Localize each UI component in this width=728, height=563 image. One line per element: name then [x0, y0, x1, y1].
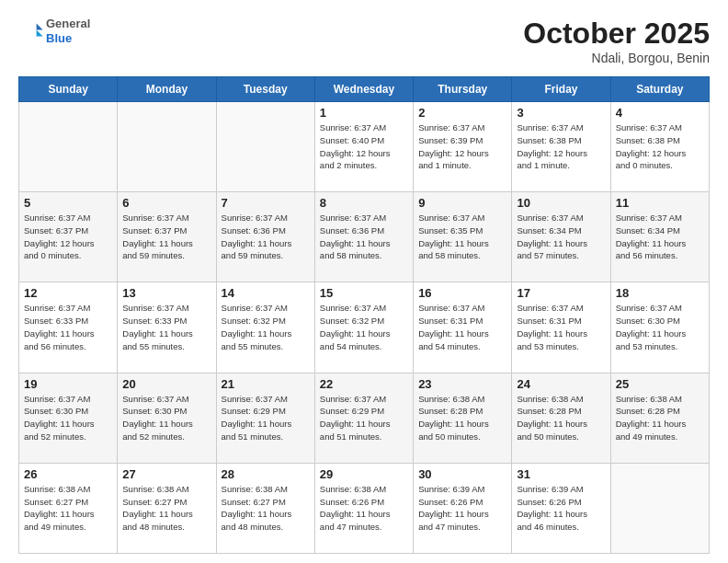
day-info: Sunrise: 6:37 AM Sunset: 6:38 PM Dayligh… [517, 121, 605, 172]
day-number: 15 [320, 286, 408, 300]
day-cell: 18Sunrise: 6:37 AM Sunset: 6:30 PM Dayli… [610, 282, 709, 373]
day-cell: 21Sunrise: 6:37 AM Sunset: 6:29 PM Dayli… [216, 373, 314, 463]
day-cell: 23Sunrise: 6:38 AM Sunset: 6:28 PM Dayli… [414, 373, 512, 463]
day-cell: 17Sunrise: 6:37 AM Sunset: 6:31 PM Dayli… [512, 282, 610, 373]
day-info: Sunrise: 6:37 AM Sunset: 6:33 PM Dayligh… [24, 302, 112, 352]
day-cell: 15Sunrise: 6:37 AM Sunset: 6:32 PM Dayli… [314, 282, 413, 373]
day-cell: 16Sunrise: 6:37 AM Sunset: 6:31 PM Dayli… [414, 282, 512, 373]
page: General Blue October 2025 Ndali, Borgou,… [0, 0, 728, 563]
day-number: 30 [418, 467, 506, 481]
day-number: 16 [418, 286, 506, 300]
day-cell: 7Sunrise: 6:37 AM Sunset: 6:36 PM Daylig… [216, 192, 314, 282]
day-number: 18 [616, 286, 704, 300]
col-thursday: Thursday [414, 77, 512, 102]
day-info: Sunrise: 6:38 AM Sunset: 6:28 PM Dayligh… [616, 393, 704, 443]
day-cell: 30Sunrise: 6:39 AM Sunset: 6:26 PM Dayli… [414, 463, 512, 553]
day-number: 20 [122, 377, 210, 391]
day-cell: 12Sunrise: 6:37 AM Sunset: 6:33 PM Dayli… [19, 282, 118, 373]
col-friday: Friday [512, 77, 610, 102]
day-cell: 14Sunrise: 6:37 AM Sunset: 6:32 PM Dayli… [216, 282, 314, 373]
col-sunday: Sunday [19, 77, 118, 102]
day-info: Sunrise: 6:37 AM Sunset: 6:35 PM Dayligh… [418, 212, 506, 262]
logo-general: General [46, 17, 90, 31]
day-number: 28 [222, 467, 310, 481]
day-cell: 31Sunrise: 6:39 AM Sunset: 6:26 PM Dayli… [512, 463, 610, 553]
day-info: Sunrise: 6:37 AM Sunset: 6:36 PM Dayligh… [320, 212, 408, 262]
day-info: Sunrise: 6:38 AM Sunset: 6:28 PM Dayligh… [418, 393, 506, 443]
day-info: Sunrise: 6:37 AM Sunset: 6:39 PM Dayligh… [418, 121, 506, 172]
day-info: Sunrise: 6:39 AM Sunset: 6:26 PM Dayligh… [418, 483, 506, 534]
day-cell: 28Sunrise: 6:38 AM Sunset: 6:27 PM Dayli… [216, 463, 314, 553]
day-number: 14 [222, 286, 310, 300]
calendar-table: Sunday Monday Tuesday Wednesday Thursday… [18, 76, 710, 554]
day-cell: 6Sunrise: 6:37 AM Sunset: 6:37 PM Daylig… [118, 192, 216, 282]
logo-icon [18, 18, 44, 44]
col-saturday: Saturday [610, 77, 709, 102]
calendar-header: Sunday Monday Tuesday Wednesday Thursday… [19, 77, 710, 102]
day-info: Sunrise: 6:37 AM Sunset: 6:38 PM Dayligh… [616, 121, 704, 172]
day-cell: 11Sunrise: 6:37 AM Sunset: 6:34 PM Dayli… [610, 192, 709, 282]
day-number: 3 [517, 106, 605, 120]
day-info: Sunrise: 6:37 AM Sunset: 6:37 PM Dayligh… [122, 212, 210, 262]
day-number: 22 [320, 377, 408, 391]
day-cell: 29Sunrise: 6:38 AM Sunset: 6:26 PM Dayli… [314, 463, 413, 553]
day-cell: 24Sunrise: 6:38 AM Sunset: 6:28 PM Dayli… [512, 373, 610, 463]
day-info: Sunrise: 6:37 AM Sunset: 6:31 PM Dayligh… [418, 302, 506, 352]
day-number: 9 [418, 196, 506, 210]
day-number: 1 [320, 106, 408, 120]
day-info: Sunrise: 6:38 AM Sunset: 6:27 PM Dayligh… [122, 483, 210, 534]
day-info: Sunrise: 6:37 AM Sunset: 6:29 PM Dayligh… [222, 393, 310, 443]
day-info: Sunrise: 6:37 AM Sunset: 6:30 PM Dayligh… [616, 302, 704, 352]
day-number: 19 [24, 377, 112, 391]
day-cell: 22Sunrise: 6:37 AM Sunset: 6:29 PM Dayli… [314, 373, 413, 463]
week-row-5: 26Sunrise: 6:38 AM Sunset: 6:27 PM Dayli… [19, 463, 710, 553]
weekday-row: Sunday Monday Tuesday Wednesday Thursday… [19, 77, 710, 102]
day-info: Sunrise: 6:37 AM Sunset: 6:37 PM Dayligh… [24, 212, 112, 262]
day-info: Sunrise: 6:38 AM Sunset: 6:27 PM Dayligh… [24, 483, 112, 534]
day-info: Sunrise: 6:39 AM Sunset: 6:26 PM Dayligh… [517, 483, 605, 534]
day-info: Sunrise: 6:38 AM Sunset: 6:27 PM Dayligh… [222, 483, 310, 534]
day-number: 13 [122, 286, 210, 300]
day-number: 29 [320, 467, 408, 481]
week-row-1: 1Sunrise: 6:37 AM Sunset: 6:40 PM Daylig… [19, 102, 710, 192]
day-number: 21 [222, 377, 310, 391]
day-info: Sunrise: 6:37 AM Sunset: 6:34 PM Dayligh… [616, 212, 704, 262]
col-wednesday: Wednesday [314, 77, 413, 102]
day-info: Sunrise: 6:38 AM Sunset: 6:26 PM Dayligh… [320, 483, 408, 534]
week-row-4: 19Sunrise: 6:37 AM Sunset: 6:30 PM Dayli… [19, 373, 710, 463]
calendar-subtitle: Ndali, Borgou, Benin [523, 51, 710, 65]
title-block: October 2025 Ndali, Borgou, Benin [523, 17, 710, 65]
day-number: 4 [616, 106, 704, 120]
day-number: 27 [122, 467, 210, 481]
day-number: 17 [517, 286, 605, 300]
day-cell: 19Sunrise: 6:37 AM Sunset: 6:30 PM Dayli… [19, 373, 118, 463]
day-cell: 26Sunrise: 6:38 AM Sunset: 6:27 PM Dayli… [19, 463, 118, 553]
day-info: Sunrise: 6:37 AM Sunset: 6:33 PM Dayligh… [122, 302, 210, 352]
day-cell: 3Sunrise: 6:37 AM Sunset: 6:38 PM Daylig… [512, 102, 610, 192]
week-row-2: 5Sunrise: 6:37 AM Sunset: 6:37 PM Daylig… [19, 192, 710, 282]
day-number: 2 [418, 106, 506, 120]
day-info: Sunrise: 6:37 AM Sunset: 6:29 PM Dayligh… [320, 393, 408, 443]
day-number: 25 [616, 377, 704, 391]
day-number: 7 [222, 196, 310, 210]
day-info: Sunrise: 6:37 AM Sunset: 6:36 PM Dayligh… [222, 212, 310, 262]
day-info: Sunrise: 6:37 AM Sunset: 6:30 PM Dayligh… [24, 393, 112, 443]
day-cell: 20Sunrise: 6:37 AM Sunset: 6:30 PM Dayli… [118, 373, 216, 463]
day-info: Sunrise: 6:37 AM Sunset: 6:32 PM Dayligh… [320, 302, 408, 352]
day-cell: 1Sunrise: 6:37 AM Sunset: 6:40 PM Daylig… [314, 102, 413, 192]
header: General Blue October 2025 Ndali, Borgou,… [18, 17, 710, 65]
day-info: Sunrise: 6:37 AM Sunset: 6:34 PM Dayligh… [517, 212, 605, 262]
day-number: 11 [616, 196, 704, 210]
day-cell: 13Sunrise: 6:37 AM Sunset: 6:33 PM Dayli… [118, 282, 216, 373]
day-cell [216, 102, 314, 192]
day-number: 31 [517, 467, 605, 481]
day-info: Sunrise: 6:38 AM Sunset: 6:28 PM Dayligh… [517, 393, 605, 443]
day-cell: 5Sunrise: 6:37 AM Sunset: 6:37 PM Daylig… [19, 192, 118, 282]
day-cell [19, 102, 118, 192]
day-cell: 27Sunrise: 6:38 AM Sunset: 6:27 PM Dayli… [118, 463, 216, 553]
day-cell: 8Sunrise: 6:37 AM Sunset: 6:36 PM Daylig… [314, 192, 413, 282]
day-number: 26 [24, 467, 112, 481]
day-info: Sunrise: 6:37 AM Sunset: 6:40 PM Dayligh… [320, 121, 408, 172]
day-number: 8 [320, 196, 408, 210]
day-number: 10 [517, 196, 605, 210]
